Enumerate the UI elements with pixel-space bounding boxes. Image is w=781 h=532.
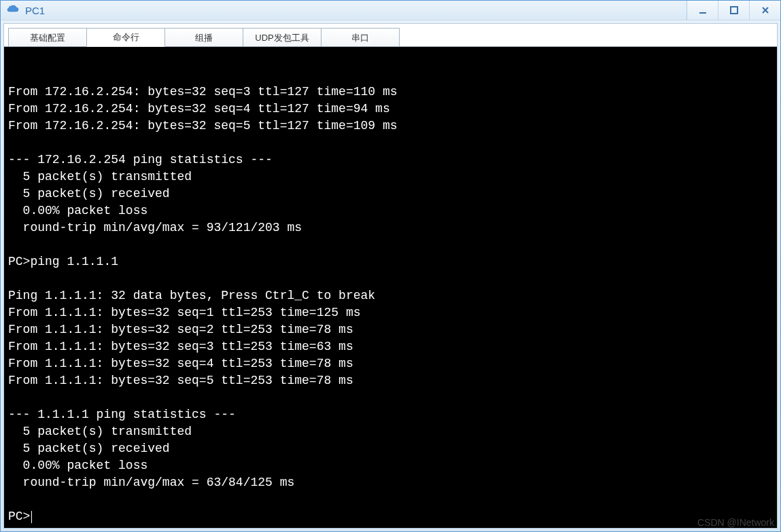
tab-udp-packet[interactable]: UDP发包工具 [243, 28, 322, 47]
tab-command-line[interactable]: 命令行 [86, 28, 165, 47]
tab-serial[interactable]: 串口 [321, 28, 400, 47]
title-bar: PC1 [1, 1, 780, 20]
terminal-line [8, 135, 773, 152]
terminal-line [8, 270, 773, 287]
terminal-line: From 1.1.1.1: bytes=32 seq=4 ttl=253 tim… [8, 355, 773, 372]
terminal-line: From 1.1.1.1: bytes=32 seq=1 ttl=253 tim… [8, 304, 773, 321]
cursor-icon [31, 511, 32, 523]
terminal-line: From 1.1.1.1: bytes=32 seq=2 ttl=253 tim… [8, 321, 773, 338]
terminal-line: From 172.16.2.254: bytes=32 seq=4 ttl=12… [8, 101, 773, 118]
terminal-line: Ping 1.1.1.1: 32 data bytes, Press Ctrl_… [8, 287, 773, 304]
terminal-line: --- 1.1.1.1 ping statistics --- [8, 406, 773, 423]
window-controls [687, 1, 780, 20]
terminal[interactable]: From 172.16.2.254: bytes=32 seq=3 ttl=12… [4, 46, 777, 528]
close-button[interactable] [749, 1, 780, 20]
app-icon [6, 3, 21, 18]
terminal-line: 0.00% packet loss [8, 202, 773, 219]
terminal-line: round-trip min/avg/max = 93/121/203 ms [8, 219, 773, 236]
svg-rect-0 [699, 12, 706, 14]
svg-rect-1 [731, 7, 737, 14]
app-window: PC1 基础配置 命令行 组播 UDP发包工具 串口 From 172.16.2… [0, 0, 781, 532]
terminal-line: From 1.1.1.1: bytes=32 seq=3 ttl=253 tim… [8, 338, 773, 355]
terminal-line: PC>ping 1.1.1.1 [8, 253, 773, 270]
terminal-line: round-trip min/avg/max = 63/84/125 ms [8, 474, 773, 491]
terminal-line [8, 236, 773, 253]
terminal-line [8, 389, 773, 406]
window-title: PC1 [25, 5, 45, 16]
terminal-line: 5 packet(s) received [8, 185, 773, 202]
terminal-line: --- 172.16.2.254 ping statistics --- [8, 152, 773, 169]
terminal-line: 5 packet(s) transmitted [8, 169, 773, 185]
terminal-line: 5 packet(s) transmitted [8, 423, 773, 440]
terminal-line: From 1.1.1.1: bytes=32 seq=5 ttl=253 tim… [8, 372, 773, 389]
terminal-line: From 172.16.2.254: bytes=32 seq=3 ttl=12… [8, 84, 773, 101]
content-area: 基础配置 命令行 组播 UDP发包工具 串口 From 172.16.2.254… [3, 23, 778, 529]
tab-row: 基础配置 命令行 组播 UDP发包工具 串口 [4, 24, 777, 47]
terminal-line: 0.00% packet loss [8, 457, 773, 474]
terminal-line: From 172.16.2.254: bytes=32 seq=5 ttl=12… [8, 118, 773, 135]
minimize-button[interactable] [687, 1, 718, 20]
terminal-prompt[interactable]: PC> [8, 508, 773, 525]
tab-basic-config[interactable]: 基础配置 [8, 28, 87, 47]
terminal-line: 5 packet(s) received [8, 440, 773, 457]
maximize-button[interactable] [718, 1, 749, 20]
tab-multicast[interactable]: 组播 [164, 28, 243, 47]
terminal-line [8, 491, 773, 508]
